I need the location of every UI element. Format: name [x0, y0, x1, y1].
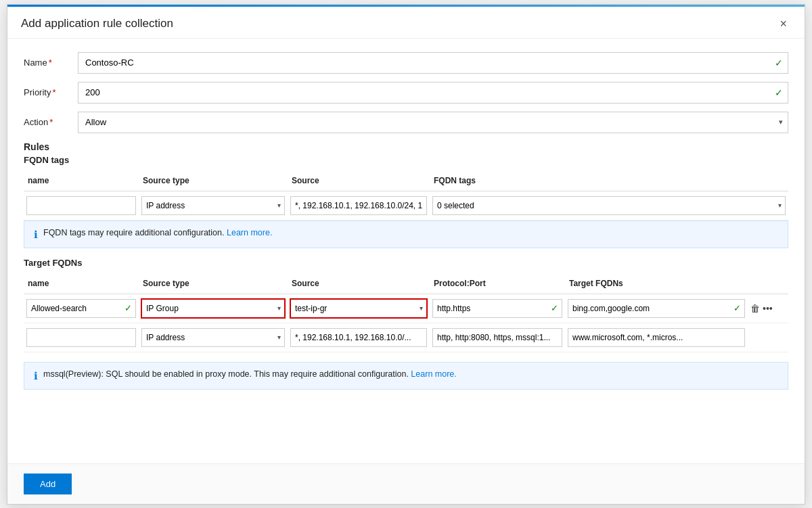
action-row: Action* Allow Deny ▾ [24, 112, 788, 133]
fqdn-srctype-select-wrapper: IP address IP Group ▾ [141, 196, 285, 215]
target-row1-more-icon[interactable]: ••• [763, 303, 773, 314]
priority-check-icon: ✓ [775, 87, 783, 98]
target-row1-srctype-wrapper: IP Group IP address ▾ [141, 299, 285, 318]
target-col-src: Source [288, 276, 430, 291]
target-row1-target-cell: ✓ [565, 297, 748, 320]
fqdn-tags-title: FQDN tags [24, 155, 788, 165]
target-row2-srctype-cell: IP address IP Group ▾ [139, 326, 288, 349]
fqdn-tags-select[interactable]: 0 selected [432, 196, 786, 215]
target-row1-protocol-wrapper: ✓ [432, 299, 562, 318]
target-fqdns-learn-more-link[interactable]: Learn more. [411, 369, 456, 379]
target-fqdns-header: name Source type Source Protocol:Port Ta… [24, 273, 788, 294]
fqdn-row-name-cell [24, 194, 139, 217]
target-row2-name-input[interactable] [26, 328, 136, 347]
dialog-body: Name* ✓ Priority* ✓ Action* A [7, 39, 805, 463]
target-fqdns-row-2: IP address IP Group ▾ [24, 323, 788, 352]
target-row2-target-input[interactable] [568, 328, 745, 347]
fqdn-src-input[interactable] [290, 196, 427, 215]
target-row1-name-check-icon: ✓ [125, 303, 132, 313]
fqdn-row-name-input[interactable] [26, 196, 136, 215]
target-row1-srctype-select[interactable]: IP Group IP address [141, 299, 285, 318]
fqdn-srctype-select[interactable]: IP address IP Group [141, 196, 285, 215]
target-row2-src-cell [288, 326, 430, 349]
fqdn-tags-section: FQDN tags name Source type Source FQDN t… [24, 155, 788, 248]
fqdn-tags-row: IP address IP Group ▾ 0 selected ▾ [24, 191, 788, 221]
target-row1-name-wrapper: ✓ [26, 299, 136, 318]
fqdn-col-src: Source [288, 173, 430, 188]
fqdn-tags-select-wrapper: 0 selected ▾ [432, 196, 786, 215]
target-row1-protocol-input[interactable] [432, 299, 562, 318]
dialog-title: Add application rule collection [21, 17, 173, 30]
priority-input-wrapper: ✓ [78, 82, 788, 103]
target-row1-protocol-cell: ✓ [430, 297, 565, 320]
target-row1-src-select[interactable]: test-ip-gr [290, 299, 427, 318]
target-row1-delete-icon[interactable]: 🗑 [750, 303, 760, 314]
name-input-wrapper: ✓ [78, 52, 788, 74]
target-row2-actions-cell [748, 336, 788, 340]
fqdn-tags-info-icon: ℹ [34, 229, 38, 241]
close-button[interactable]: × [775, 16, 791, 31]
target-row1-target-wrapper: ✓ [568, 299, 745, 318]
target-row1-target-input[interactable] [568, 299, 745, 318]
target-col-protocol: Protocol:Port [430, 276, 565, 291]
target-fqdns-title: Target FQDNs [24, 258, 788, 268]
target-row2-name-cell [24, 326, 139, 349]
fqdn-tags-info-text: FQDN tags may require additional configu… [43, 228, 272, 237]
priority-row: Priority* ✓ [24, 82, 788, 103]
target-row1-actions-cell: 🗑 ••• [748, 301, 788, 316]
action-select-wrapper: Allow Deny ▾ [78, 112, 788, 133]
fqdn-col-tags: FQDN tags [430, 173, 788, 188]
target-fqdns-info-box: ℹ mssql(Preview): SQL should be enabled … [24, 362, 788, 390]
target-col-srctype: Source type [139, 276, 288, 291]
target-row1-src-cell: test-ip-gr ▾ [288, 297, 430, 320]
target-row2-target-cell [565, 326, 748, 349]
target-fqdns-info-icon: ℹ [34, 370, 38, 382]
fqdn-col-srctype: Source type [139, 173, 288, 188]
fqdn-row-src-cell [288, 194, 430, 217]
target-col-target: Target FQDNs [565, 276, 748, 291]
target-fqdns-row-1: ✓ IP Group IP address ▾ tes [24, 294, 788, 323]
fqdn-tags-info-box: ℹ FQDN tags may require additional confi… [24, 221, 788, 248]
name-input[interactable] [78, 52, 788, 74]
target-row1-target-check-icon: ✓ [734, 303, 741, 313]
name-row: Name* ✓ [24, 52, 788, 74]
name-check-icon: ✓ [775, 57, 783, 68]
fqdn-row-tags-cell: 0 selected ▾ [430, 194, 788, 217]
priority-label: Priority* [24, 87, 78, 97]
fqdn-tags-header: name Source type Source FQDN tags [24, 170, 788, 191]
target-col-name: name [24, 276, 139, 291]
fqdn-tags-learn-more-link[interactable]: Learn more. [227, 228, 272, 237]
target-row1-srctype-cell: IP Group IP address ▾ [139, 297, 288, 320]
priority-input[interactable] [78, 82, 788, 103]
dialog-header: Add application rule collection × [7, 7, 805, 39]
target-col-actions [748, 276, 788, 291]
target-row2-srctype-wrapper: IP address IP Group ▾ [141, 328, 285, 347]
target-row1-protocol-check-icon: ✓ [551, 303, 558, 313]
fqdn-row-srctype-cell: IP address IP Group ▾ [139, 194, 288, 217]
target-row1-src-wrapper: test-ip-gr ▾ [290, 299, 427, 318]
target-row2-srctype-select[interactable]: IP address IP Group [141, 328, 285, 347]
rules-section-title: Rules [24, 141, 788, 152]
target-row2-src-input[interactable] [290, 328, 427, 347]
add-rule-collection-dialog: Add application rule collection × Name* … [7, 4, 805, 505]
fqdn-col-name: name [24, 173, 139, 188]
name-label: Name* [24, 57, 78, 68]
target-fqdns-info-text: mssql(Preview): SQL should be enabled in… [43, 369, 457, 379]
target-row2-protocol-cell [430, 326, 565, 349]
action-select[interactable]: Allow Deny [78, 112, 788, 133]
add-button[interactable]: Add [24, 474, 72, 494]
target-row1-name-cell: ✓ [24, 297, 139, 320]
target-fqdns-section: Target FQDNs name Source type Source Pro… [24, 258, 788, 390]
target-row2-protocol-input[interactable] [432, 328, 562, 347]
action-label: Action* [24, 117, 78, 127]
dialog-footer: Add [7, 463, 805, 504]
target-row1-name-input[interactable] [26, 299, 136, 318]
